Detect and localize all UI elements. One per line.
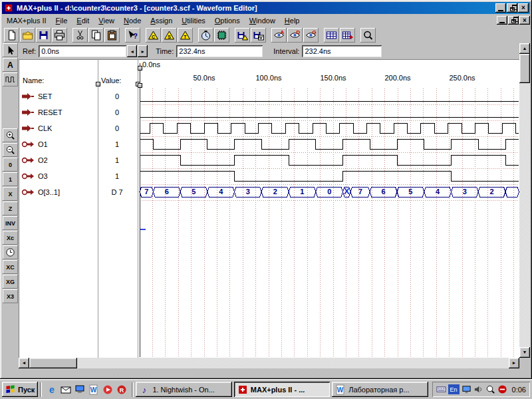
save-and-compile-button[interactable] (235, 28, 250, 43)
signal-row-set[interactable]: SET0 (19, 88, 138, 104)
paste-button[interactable] (104, 28, 120, 43)
signal-name[interactable]: O2 (38, 156, 48, 164)
invert-tool-button[interactable]: INV (3, 216, 18, 230)
view-fit-in-window-button[interactable]: A (271, 28, 287, 43)
horizontal-scrollbar[interactable]: ◄ ► (19, 358, 519, 368)
interval-input[interactable]: 232.4ns (302, 45, 382, 57)
waveform-editing-tool-button[interactable] (3, 72, 18, 86)
tray-display-icon[interactable] (462, 384, 471, 394)
restore-button[interactable] (507, 3, 517, 13)
mdi-restore-button[interactable] (508, 16, 519, 25)
context-help-button[interactable]: ? (125, 28, 140, 43)
media-player-shortcut[interactable] (101, 382, 114, 396)
scroll-right-button[interactable]: ► (509, 358, 519, 368)
name-column-resize-handle[interactable] (96, 82, 100, 86)
tray-magnifier-icon[interactable] (485, 384, 495, 394)
zoom-window-button[interactable] (360, 28, 376, 43)
signal-row-o3[interactable]: O31 (19, 168, 138, 184)
show-desktop-shortcut[interactable] (73, 382, 86, 396)
start-button[interactable]: Пуск (2, 382, 38, 397)
scroll-up-button[interactable]: ▲ (519, 43, 530, 54)
set-high-tool-button[interactable]: 1 (3, 172, 18, 186)
save-and-simulate-button[interactable] (251, 28, 266, 43)
signal-row-clk[interactable]: CLK0 (19, 120, 138, 136)
outlook-express-shortcut[interactable] (59, 382, 72, 396)
vertical-scroll-thumb[interactable] (519, 54, 530, 83)
ref-input[interactable]: 0.0ns (39, 45, 126, 57)
simulator-button[interactable]: S (162, 28, 177, 43)
zoom-out-tool-button[interactable] (3, 143, 18, 157)
menu-window[interactable]: Window (245, 15, 280, 26)
set-clock-tool-button[interactable] (3, 245, 18, 259)
tray-scheduler-icon[interactable] (436, 384, 446, 394)
vertical-scroll-track[interactable] (519, 83, 530, 347)
scroll-down-button[interactable]: ▼ (519, 347, 530, 358)
ref-step-left-button[interactable]: ◄ (127, 45, 137, 57)
text-tool-button[interactable]: A (3, 58, 18, 72)
language-indicator[interactable]: En (448, 384, 460, 394)
set-high-impedance-tool-button[interactable]: Z (3, 201, 18, 215)
waveform-plot[interactable]: 76543210X765432 (138, 59, 519, 358)
ungroup-tool-button[interactable]: XG (3, 275, 18, 289)
signal-row-o1[interactable]: O11 (19, 136, 138, 152)
signal-name[interactable]: O[3..1] (38, 188, 60, 196)
menu-max-plus-ii[interactable]: MAX+plus II (2, 15, 51, 26)
menu-utilities[interactable]: Utilities (177, 15, 209, 26)
mdi-close-button[interactable]: × (519, 16, 530, 25)
internet-explorer-shortcut[interactable]: e (45, 382, 59, 396)
print-button[interactable] (52, 28, 67, 43)
timing-analyzer-button[interactable]: T (178, 28, 193, 43)
set-count-value-tool-button[interactable]: Xc (3, 231, 18, 245)
view-group-button[interactable]: G (303, 28, 319, 43)
signal-row-reset[interactable]: RESET0 (19, 104, 138, 120)
zoom-in-tool-button[interactable] (3, 128, 18, 142)
open-file-button[interactable] (20, 28, 35, 43)
horizontal-scroll-thumb[interactable] (29, 358, 77, 368)
selection-tool-button[interactable] (3, 43, 18, 57)
time-cursor-handle-bottom[interactable] (138, 83, 142, 88)
horizontal-scroll-track[interactable] (77, 358, 509, 368)
task-button-2[interactable]: MAX+plus II - ... (234, 382, 330, 397)
signal-name[interactable]: CLK (38, 124, 52, 132)
close-button[interactable]: × (518, 3, 529, 13)
application-icon[interactable] (4, 3, 14, 13)
menu-view[interactable]: View (94, 15, 119, 26)
signal-name[interactable]: RESET (38, 108, 63, 116)
time-input[interactable]: 232.4ns (176, 45, 263, 57)
vertical-scrollbar[interactable]: ▲ ▼ (519, 43, 530, 358)
task-button-3[interactable]: WЛабораторная р... (332, 382, 428, 397)
menu-options[interactable]: Options (210, 15, 245, 26)
project-add-button[interactable] (340, 28, 355, 43)
real-player-shortcut[interactable]: R (115, 382, 128, 396)
view-normal-size-button[interactable]: D (287, 28, 303, 43)
word-shortcut[interactable]: W (87, 382, 100, 396)
tray-volume-icon[interactable] (473, 384, 483, 394)
time-cursor-handle-top[interactable] (138, 66, 142, 70)
bus-value-tool-button[interactable]: X3 (3, 289, 18, 303)
signal-row-o31[interactable]: O[3..1]D 7 (19, 184, 138, 200)
copy-button[interactable] (88, 28, 104, 43)
mdi-minimize-button[interactable] (497, 16, 507, 25)
timer-button[interactable] (198, 28, 213, 43)
minimize-button[interactable] (495, 3, 506, 13)
signal-name[interactable]: O1 (38, 140, 48, 148)
set-low-tool-button[interactable]: 0 (3, 158, 18, 172)
group-tool-button[interactable]: XC (3, 260, 18, 274)
menu-help[interactable]: Help (280, 15, 305, 26)
cut-button[interactable] (72, 28, 88, 43)
ref-step-right-button[interactable]: ► (138, 45, 148, 57)
compiler-button[interactable]: C (146, 28, 161, 43)
signal-name[interactable]: O3 (38, 172, 48, 180)
task-button-1[interactable]: ♪1. Nightwish - On... (136, 382, 231, 397)
scroll-left-button[interactable]: ◄ (19, 358, 29, 368)
signal-name[interactable]: SET (38, 92, 52, 100)
device-programmer-button[interactable] (214, 28, 229, 43)
signal-row-o2[interactable]: O21 (19, 152, 138, 168)
menu-edit[interactable]: Edit (72, 15, 94, 26)
hierarchy-display-button[interactable] (324, 28, 339, 43)
menu-node[interactable]: Node (119, 15, 146, 26)
menu-assign[interactable]: Assign (146, 15, 177, 26)
waveform-canvas[interactable]: 0.0ns Name: Value: SET0RESET0CLK0O11O21O… (19, 59, 519, 358)
new-file-button[interactable] (4, 28, 19, 43)
menu-file[interactable]: File (51, 15, 72, 26)
